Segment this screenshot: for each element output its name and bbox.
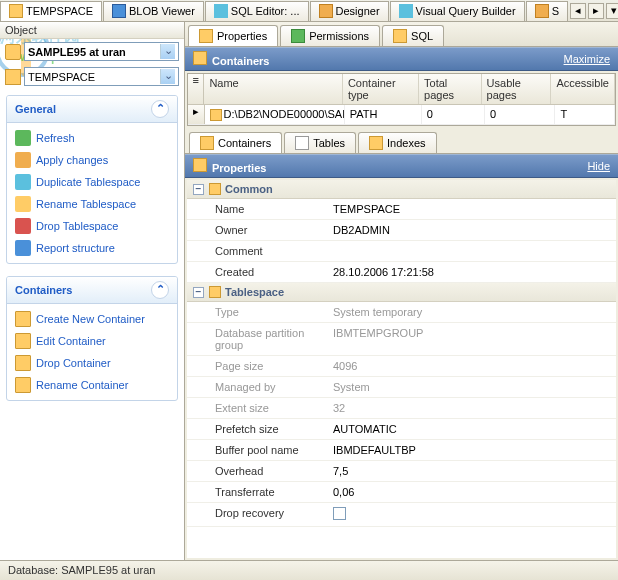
action-drop-c[interactable]: Drop Container [9, 352, 175, 374]
action-label: Edit Container [36, 335, 106, 347]
detail-tabbar: Properties Permissions SQL [185, 22, 618, 47]
midtab-containers[interactable]: Containers [189, 132, 282, 153]
midtab-indexes[interactable]: Indexes [358, 132, 437, 153]
hide-link[interactable]: Hide [587, 160, 610, 172]
prop-value-cell [327, 243, 616, 259]
tables-icon [295, 136, 309, 150]
group-icon [209, 286, 221, 298]
tab-menu[interactable]: ▾ [606, 3, 618, 19]
prop-label: Drop recovery [187, 505, 327, 524]
action-apply[interactable]: Apply changes [9, 149, 175, 171]
action-label: Duplicate Tablespace [36, 176, 140, 188]
subtab-label: SQL [411, 30, 433, 42]
prop-row: Page size4096 [187, 356, 616, 377]
panel-title: Containers [212, 55, 269, 67]
refresh-icon [15, 130, 31, 146]
left-panel: 河东软件园 www.pc0359.cn Object SAMPLE95 at u… [0, 22, 185, 560]
prop-row: Database partition groupIBMTEMPGROUP [187, 323, 616, 356]
col-name[interactable]: Name [204, 74, 343, 104]
prop-row: Buffer pool nameIBMDEFAULTBP [187, 440, 616, 461]
prop-label: Managed by [187, 379, 327, 395]
col-accessible[interactable]: Accessible [551, 74, 615, 104]
database-selector[interactable]: SAMPLE95 at uran ⌄ [24, 42, 179, 61]
tab-properties[interactable]: Properties [188, 25, 278, 46]
action-rename-c[interactable]: Rename Container [9, 374, 175, 396]
prop-value[interactable]: 7,5 [333, 465, 348, 477]
action-edit[interactable]: Edit Container [9, 330, 175, 352]
prop-value-cell: DB2ADMIN [327, 222, 616, 238]
prop-value: 32 [333, 402, 345, 414]
prop-row: TypeSystem temporary [187, 302, 616, 323]
col-usable-pages[interactable]: Usable pages [482, 74, 552, 104]
object-selector[interactable]: TEMPSPACE ⌄ [24, 67, 179, 86]
tab-designer[interactable]: Designer [310, 1, 389, 21]
action-refresh[interactable]: Refresh [9, 127, 175, 149]
prop-group-common[interactable]: −Common [187, 180, 616, 199]
statusbar: Database: SAMPLE95 at uran [0, 560, 618, 580]
tab-tempspace[interactable]: TEMPSPACE [0, 1, 102, 21]
tab-scroll-left[interactable]: ◂ [570, 3, 586, 19]
maximize-link[interactable]: Maximize [564, 53, 610, 65]
cell-ctype: PATH [345, 105, 422, 124]
col-total-pages[interactable]: Total pages [419, 74, 482, 104]
col-container-type[interactable]: Container type [343, 74, 419, 104]
collapse-icon[interactable]: − [193, 184, 204, 195]
action-drop[interactable]: Drop Tablespace [9, 215, 175, 237]
prop-value[interactable]: DB2ADMIN [333, 224, 390, 236]
action-rename[interactable]: Rename Tablespace [9, 193, 175, 215]
cell-tpages: 0 [422, 105, 485, 124]
collapse-icon[interactable]: ⌃ [151, 100, 169, 118]
mid-tabbar: Containers Tables Indexes [185, 128, 618, 154]
prop-value-cell: 4096 [327, 358, 616, 374]
tab-label: SQL Editor: ... [231, 5, 300, 17]
tab-visual-query-builder[interactable]: Visual Query Builder [390, 1, 525, 21]
prop-value[interactable]: 0,06 [333, 486, 354, 498]
prop-row: OwnerDB2ADMIN [187, 220, 616, 241]
indexes-icon [369, 136, 383, 150]
collapse-icon[interactable]: ⌃ [151, 281, 169, 299]
group-title: Common [225, 183, 273, 195]
group-title: Tablespace [225, 286, 284, 298]
tab-permissions[interactable]: Permissions [280, 25, 380, 46]
general-header[interactable]: General ⌃ [7, 96, 177, 123]
subtab-label: Properties [217, 30, 267, 42]
prop-group-tablespace[interactable]: −Tablespace [187, 283, 616, 302]
midtab-tables[interactable]: Tables [284, 132, 356, 153]
tab-sql-editor[interactable]: SQL Editor: ... [205, 1, 309, 21]
collapse-icon[interactable]: − [193, 287, 204, 298]
action-report[interactable]: Report structure [9, 237, 175, 259]
sql-editor-icon [214, 4, 228, 18]
action-label: Report structure [36, 242, 115, 254]
prop-value: System temporary [333, 306, 422, 318]
tab-extra[interactable]: S [526, 1, 568, 21]
action-new[interactable]: Create New Container [9, 308, 175, 330]
prop-row: Created28.10.2006 17:21:58 [187, 262, 616, 283]
containers-header[interactable]: Containers ⌃ [7, 277, 177, 304]
prop-label: Created [187, 264, 327, 280]
designer-icon [319, 4, 333, 18]
section-title: Containers [15, 284, 72, 296]
tab-sql[interactable]: SQL [382, 25, 444, 46]
checkbox[interactable] [333, 507, 346, 520]
prop-value[interactable]: IBMDEFAULTBP [333, 444, 416, 456]
grid-corner: ≡ [188, 74, 204, 104]
drop-icon [15, 218, 31, 234]
action-label: Rename Container [36, 379, 128, 391]
object-header: Object [0, 22, 184, 39]
prop-value[interactable]: TEMPSPACE [333, 203, 400, 215]
action-label: Drop Tablespace [36, 220, 118, 232]
action-duplicate[interactable]: Duplicate Tablespace [9, 171, 175, 193]
action-label: Drop Container [36, 357, 111, 369]
properties-grid: −CommonNameTEMPSPACEOwnerDB2ADMINComment… [187, 180, 616, 558]
prop-value: IBMTEMPGROUP [333, 327, 423, 339]
permissions-icon [291, 29, 305, 43]
tab-blob-viewer[interactable]: BLOB Viewer [103, 1, 204, 21]
rename-c-icon [15, 377, 31, 393]
table-row[interactable]: ▸ D:\DB2\NODE00000\SAMPLE95\... PATH 0 0… [188, 105, 615, 125]
tablespace-icon [9, 4, 23, 18]
tab-label: Visual Query Builder [416, 5, 516, 17]
prop-value[interactable]: AUTOMATIC [333, 423, 397, 435]
tab-scroll-right[interactable]: ▸ [588, 3, 604, 19]
container-icon [210, 109, 222, 121]
cell-name: D:\DB2\NODE00000\SAMPLE95\... [205, 105, 345, 124]
